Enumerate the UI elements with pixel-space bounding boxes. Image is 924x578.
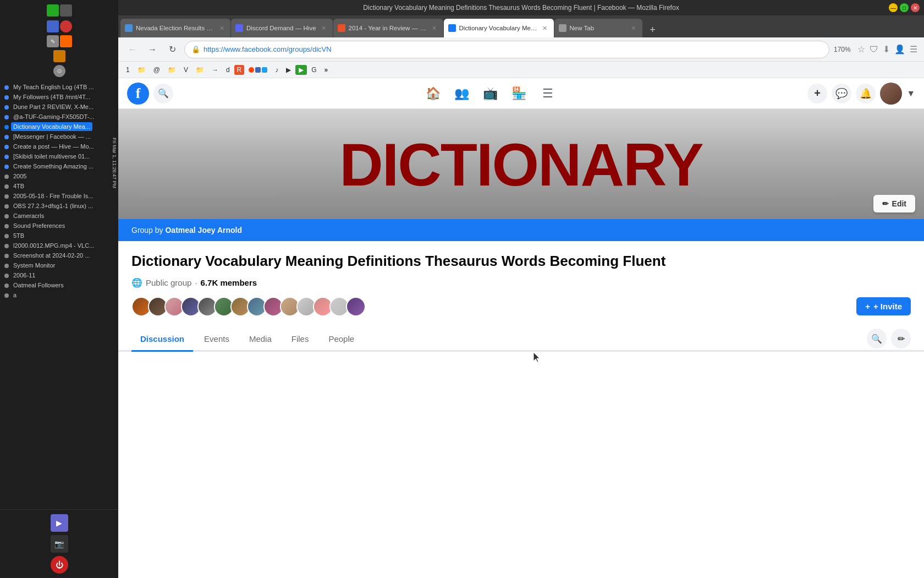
back-button[interactable]: ← — [125, 42, 140, 57]
sidebar-item-14[interactable]: Cameracrls — [4, 211, 114, 220]
tab-discord[interactable]: Discord Demand — Hive ✕ — [231, 19, 333, 37]
tab-dictionary[interactable]: Dictionary Vocabulary Mea... ✕ — [444, 19, 554, 37]
app-icon-1[interactable] — [47, 4, 59, 17]
fb-nav-right: + 💬 🔔 ▼ — [807, 83, 915, 105]
sidebar-item-19[interactable]: System Monitor — [4, 261, 114, 270]
forward-button[interactable]: → — [145, 42, 160, 57]
fb-user-avatar[interactable] — [880, 83, 902, 105]
tab-close-discord[interactable]: ✕ — [320, 24, 328, 32]
sidebar-item-9[interactable]: Create Something Amazing ... — [4, 162, 114, 171]
sidebar-item-4[interactable]: @a-TUF-Gaming-FX505DT-... — [4, 112, 114, 121]
fb-navbar: f 🔍 🏠 👥 📺 🏪 ☰ + 💬 🔔 ▼ — [118, 78, 924, 109]
fb-search-button[interactable]: 🔍 — [153, 84, 173, 103]
tab-newtab[interactable]: New Tab ✕ — [554, 19, 642, 37]
sidebar-item-7[interactable]: Create a post — Hive — Mo... — [4, 142, 114, 151]
sidebar-item-15[interactable]: Sound Preferences — [4, 221, 114, 230]
sidebar-item-2[interactable]: My Followers (4TB /mnt/4T... — [4, 92, 114, 101]
group-type: Public group — [146, 278, 191, 287]
tab-nevada[interactable]: Nevada Election Results 2020 ... ✕ — [120, 19, 230, 37]
close-button[interactable]: ✕ — [911, 3, 920, 12]
fb-add-button[interactable]: + — [807, 84, 827, 103]
bm-more[interactable]: » — [321, 65, 332, 75]
bm-at[interactable]: @ — [150, 65, 163, 75]
bm-1[interactable]: 1 — [123, 65, 133, 75]
sidebar-item-12[interactable]: 2005-05-18 - Fire Trouble Is... — [4, 192, 114, 200]
member-avatars-row — [131, 297, 362, 317]
settings-icon[interactable]: ⚙ — [53, 65, 65, 77]
tab-files[interactable]: Files — [283, 328, 318, 352]
sidebar-item-21[interactable]: Oatmeal Followers — [4, 281, 114, 290]
tab-events[interactable]: Events — [195, 328, 238, 352]
fb-nav-marketplace[interactable]: 🏪 — [506, 80, 532, 107]
sidebar-item-18[interactable]: Screenshot at 2024-02-20 ... — [4, 251, 114, 260]
tab-search-button[interactable]: 🔍 — [867, 329, 887, 348]
app-icon-4[interactable] — [60, 20, 72, 32]
sidebar-item-17[interactable]: l2000.0012.MPG.mp4 - VLC... — [4, 241, 114, 250]
app-icon-7[interactable] — [53, 50, 65, 62]
bm-arrow[interactable]: → — [208, 65, 222, 75]
bm-play[interactable]: ▶ — [283, 65, 294, 75]
bm-folder-3[interactable]: 📁 — [193, 65, 207, 75]
sidebar-item-6[interactable]: [Messenger | Facebook — ... — [4, 132, 114, 141]
bm-folder-2[interactable]: 📁 — [164, 65, 179, 75]
menu-icon[interactable]: ☰ — [910, 44, 917, 54]
os-bottom-icon-2[interactable]: 📷 — [51, 535, 68, 553]
facebook-logo[interactable]: f — [127, 83, 149, 105]
tab-close-newtab[interactable]: ✕ — [629, 24, 638, 32]
extensions-icon[interactable]: 🛡 — [870, 45, 878, 54]
app-icon-6[interactable] — [60, 35, 72, 47]
app-icon-3[interactable] — [47, 20, 59, 32]
sidebar-item-3[interactable]: Dune Part 2 REVIEW, X-Me... — [4, 102, 114, 111]
fb-notifications-button[interactable]: 🔔 — [856, 84, 876, 103]
url-text: https://www.facebook.com/groups/dicVN — [204, 45, 822, 53]
bm-folder-1[interactable]: 📁 — [134, 65, 149, 75]
bm-red[interactable]: R — [234, 65, 245, 75]
sidebar-item-5[interactable]: Dictionary Vocabulary Mea... — [4, 122, 114, 131]
fb-dropdown-icon[interactable]: ▼ — [906, 89, 915, 99]
edit-cover-button[interactable]: ✏ Edit — [873, 195, 915, 212]
bm-tiktok[interactable]: ♪ — [272, 65, 282, 75]
maximize-button[interactable]: □ — [900, 3, 909, 12]
sidebar-item-22[interactable]: a — [4, 291, 114, 299]
new-tab-button[interactable]: + — [645, 22, 661, 37]
tab-people[interactable]: People — [320, 328, 363, 352]
bm-g[interactable]: G — [308, 65, 320, 75]
tab-edit-button[interactable]: ✏ — [891, 329, 911, 348]
bm-green[interactable]: ▶ — [295, 65, 307, 75]
sidebar-item-8[interactable]: [Skibidi toilet multiverse 01... — [4, 152, 114, 161]
tab-close-dictionary[interactable]: ✕ — [541, 24, 549, 32]
tab-media[interactable]: Media — [240, 328, 280, 352]
bm-d[interactable]: d — [223, 65, 233, 75]
fb-nav-home[interactable]: 🏠 — [420, 80, 447, 107]
tab-close-nevada[interactable]: ✕ — [217, 24, 226, 32]
fb-nav-friends[interactable]: 👥 — [449, 80, 475, 107]
sidebar-item-11[interactable]: 4TB — [4, 182, 114, 190]
fb-nav-menu[interactable]: ☰ — [535, 80, 561, 107]
group-owner-link[interactable]: Oatmeal Joey Arnold — [165, 226, 242, 235]
profile-icon[interactable]: 👤 — [894, 44, 905, 54]
os-power-icon[interactable]: ⏻ — [51, 556, 68, 574]
tab-2014[interactable]: 2014 - Year in Review — H... ✕ — [333, 19, 443, 37]
bm-v[interactable]: V — [180, 65, 191, 75]
sidebar-item-10[interactable]: 2005 — [4, 172, 114, 181]
app-icon-2[interactable] — [60, 4, 72, 17]
fb-messenger-button[interactable]: 💬 — [832, 84, 851, 103]
url-bar[interactable]: 🔒 https://www.facebook.com/groups/dicVN — [184, 41, 829, 58]
os-bottom-icon-1[interactable]: ▶ — [51, 514, 68, 532]
tab-discussion[interactable]: Discussion — [131, 328, 193, 352]
group-info: Dictionary Vocabulary Meaning Definition… — [118, 241, 924, 328]
tab-close-2014[interactable]: ✕ — [430, 24, 439, 32]
sidebar-item-20[interactable]: 2006-11 — [4, 271, 114, 280]
sidebar-item-13[interactable]: OBS 27.2.3+dfsg1-1 (linux) ... — [4, 201, 114, 210]
sidebar-list: My Teach English Log (4TB ... My Followe… — [0, 80, 118, 509]
invite-button[interactable]: + + Invite — [856, 297, 911, 315]
sidebar-item-1[interactable]: My Teach English Log (4TB ... — [4, 83, 114, 91]
sidebar-item-16[interactable]: 5TB — [4, 231, 114, 240]
download-icon[interactable]: ⬇ — [883, 44, 890, 54]
bm-apps[interactable] — [245, 66, 271, 74]
bookmark-icon[interactable]: ☆ — [857, 44, 865, 54]
app-icon-5[interactable]: ✎ — [47, 35, 59, 47]
refresh-button[interactable]: ↻ — [164, 42, 180, 57]
fb-nav-watch[interactable]: 📺 — [477, 80, 504, 107]
minimize-button[interactable]: — — [889, 3, 898, 12]
